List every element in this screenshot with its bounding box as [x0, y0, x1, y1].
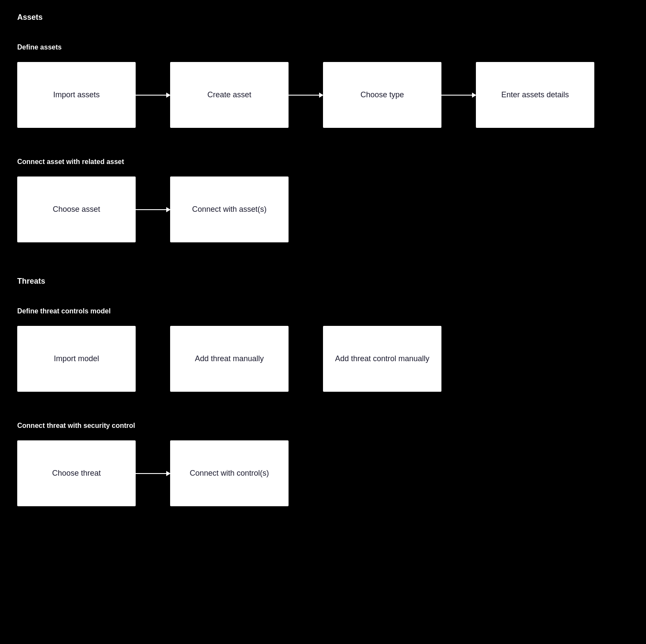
card-choose-type[interactable]: Choose type — [323, 62, 441, 128]
connect-threat-title: Connect threat with security control — [17, 422, 629, 430]
threats-section: Threats Define threat controls model Imp… — [17, 277, 629, 506]
arrow-2 — [289, 95, 323, 96]
card-add-threat-manually[interactable]: Add threat manually — [170, 326, 289, 392]
card-connect-with-controls[interactable]: Connect with control(s) — [170, 440, 289, 506]
card-import-assets[interactable]: Import assets — [17, 62, 136, 128]
card-choose-threat[interactable]: Choose threat — [17, 440, 136, 506]
arrow-5 — [136, 473, 170, 474]
define-assets-flow: Import assets Create asset Choose type E… — [17, 62, 629, 128]
connect-asset-title: Connect asset with related asset — [17, 158, 629, 166]
connect-threat-flow: Choose threat Connect with control(s) — [17, 440, 629, 506]
card-import-model[interactable]: Import model — [17, 326, 136, 392]
page-title: Assets — [17, 13, 629, 22]
define-assets-title: Define assets — [17, 43, 629, 51]
card-add-threat-control-manually[interactable]: Add threat control manually — [323, 326, 441, 392]
threats-title: Threats — [17, 277, 629, 286]
card-choose-asset[interactable]: Choose asset — [17, 176, 136, 242]
card-enter-assets-details[interactable]: Enter assets details — [476, 62, 594, 128]
arrow-1 — [136, 95, 170, 96]
arrow-3 — [441, 95, 476, 96]
card-connect-with-assets[interactable]: Connect with asset(s) — [170, 176, 289, 242]
connect-asset-section: Connect asset with related asset Choose … — [17, 158, 629, 242]
connect-asset-flow: Choose asset Connect with asset(s) — [17, 176, 629, 242]
define-threat-controls-flow: Import model Add threat manually Add thr… — [17, 326, 629, 392]
define-threat-controls-section: Define threat controls model Import mode… — [17, 307, 629, 392]
arrow-4 — [136, 209, 170, 210]
card-create-asset[interactable]: Create asset — [170, 62, 289, 128]
connect-threat-section: Connect threat with security control Cho… — [17, 422, 629, 506]
define-threat-controls-title: Define threat controls model — [17, 307, 629, 315]
define-assets-section: Define assets Import assets Create asset… — [17, 43, 629, 128]
